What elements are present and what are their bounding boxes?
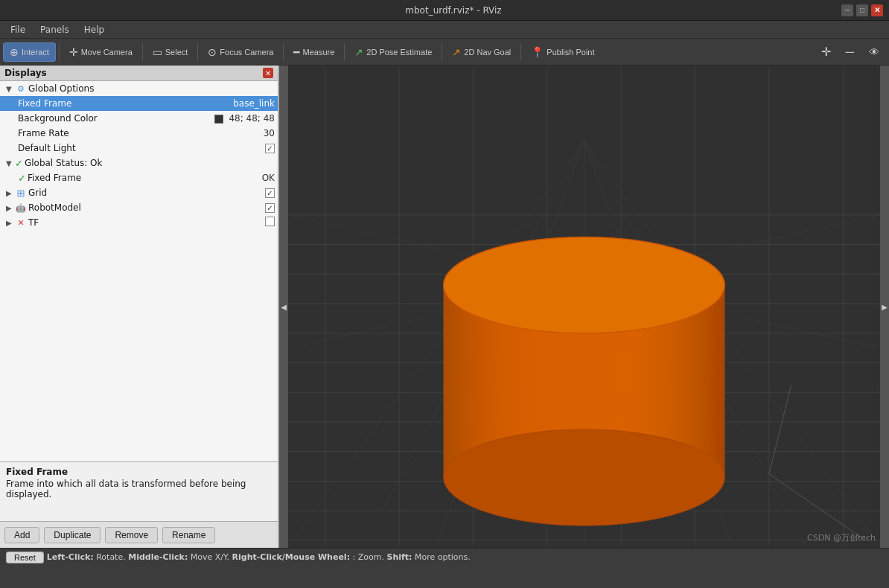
tree-frame-rate[interactable]: Frame Rate 30 bbox=[0, 126, 278, 141]
middle-click-label: Middle-Click: bbox=[128, 552, 188, 562]
tree-fixed-frame-ok[interactable]: ✓ Fixed Frame OK bbox=[0, 170, 278, 185]
viewport[interactable]: CSDN @万创tech bbox=[288, 65, 880, 548]
displays-title: Displays bbox=[4, 68, 47, 78]
tool-interact-label: Interact bbox=[22, 48, 49, 57]
fixed-frame-value: base_link bbox=[233, 98, 275, 109]
close-button[interactable]: ✕ bbox=[871, 4, 883, 16]
displays-header: Displays ✕ bbox=[0, 65, 278, 81]
robot-model-icon: 🤖 bbox=[15, 202, 27, 214]
left-panel: Displays ✕ ▼ ⚙ Global Options Fixed Fram… bbox=[0, 65, 279, 548]
grid-checkbox: ✓ bbox=[265, 188, 275, 198]
tool-move-camera-label: Move Camera bbox=[81, 48, 133, 57]
tree-tf[interactable]: ▶ ✕ TF bbox=[0, 215, 278, 230]
global-status-check-icon: ✓ bbox=[15, 158, 23, 169]
robot-model-checkbox: ✓ bbox=[265, 202, 275, 213]
background-color-swatch bbox=[214, 115, 223, 124]
global-options-label: Global Options bbox=[28, 83, 275, 94]
tree-background-color[interactable]: Background Color 48; 48; 48 bbox=[0, 111, 278, 126]
window-controls: ─ □ ✕ bbox=[841, 4, 883, 16]
tf-check[interactable] bbox=[265, 217, 275, 226]
duplicate-button[interactable]: Duplicate bbox=[44, 527, 101, 543]
shift-label: Shift: bbox=[386, 552, 412, 562]
reset-button[interactable]: Reset bbox=[6, 552, 44, 563]
tool-select[interactable]: ▭ Select bbox=[146, 42, 195, 62]
toolbar: ⊕ Interact ✛ Move Camera ▭ Select ⊙ Focu… bbox=[0, 39, 889, 65]
add-button[interactable]: Add bbox=[4, 527, 39, 543]
middle-click-desc: Move X/Y. bbox=[191, 552, 232, 562]
tf-checkbox bbox=[265, 217, 275, 229]
grid-label: Grid bbox=[28, 188, 262, 198]
svg-line-34 bbox=[769, 474, 865, 540]
tree-robot-model[interactable]: ▶ 🤖 RobotModel ✓ bbox=[0, 200, 278, 215]
robot-model-label: RobotModel bbox=[28, 202, 262, 213]
tree-fixed-frame-selected[interactable]: Fixed Frame base_link bbox=[0, 96, 278, 111]
measure-icon: ━ bbox=[293, 46, 299, 58]
tool-focus-camera-label: Focus Camera bbox=[220, 48, 273, 57]
robot-model-check[interactable]: ✓ bbox=[265, 203, 275, 213]
menubar: File Panels Help bbox=[0, 21, 889, 39]
tree-global-options[interactable]: ▼ ⚙ Global Options bbox=[0, 81, 278, 96]
status-text: Left-Click: Rotate. Middle-Click: Move X… bbox=[47, 552, 471, 562]
collapse-right-arrow[interactable]: ▶ bbox=[880, 65, 889, 548]
fixed-frame-label: Fixed Frame bbox=[18, 98, 230, 109]
tf-icon: ✕ bbox=[15, 217, 27, 229]
tool-2d-pose-label: 2D Pose Estimate bbox=[366, 48, 432, 57]
separator-7 bbox=[520, 43, 521, 61]
tree-default-light[interactable]: Default Light ✓ bbox=[0, 141, 278, 156]
tool-move-camera[interactable]: ✛ Move Camera bbox=[63, 42, 139, 62]
minimize-button[interactable]: ─ bbox=[841, 4, 853, 16]
statusbar: Reset Left-Click: Rotate. Middle-Click: … bbox=[0, 548, 889, 566]
background-color-value: 48; 48; 48 bbox=[214, 113, 275, 124]
maximize-button[interactable]: □ bbox=[856, 4, 868, 16]
menu-file[interactable]: File bbox=[3, 23, 33, 36]
displays-close-button[interactable]: ✕ bbox=[263, 68, 273, 78]
svg-line-35 bbox=[769, 385, 791, 473]
grid-check[interactable]: ✓ bbox=[265, 188, 275, 198]
right-click-label: Right-Click/Mouse Wheel: bbox=[232, 552, 350, 562]
publish-point-icon: 📍 bbox=[531, 46, 544, 58]
right-click-desc: : Zoom. bbox=[353, 552, 387, 562]
tool-interact[interactable]: ⊕ Interact bbox=[3, 42, 56, 62]
separator-6 bbox=[442, 43, 442, 61]
global-options-icon: ⚙ bbox=[15, 83, 27, 95]
separator-4 bbox=[283, 43, 284, 61]
tree-global-status[interactable]: ▼ ✓ Global Status: Ok bbox=[0, 156, 278, 170]
global-options-arrow: ▼ bbox=[6, 85, 15, 93]
separator-5 bbox=[344, 43, 345, 61]
rename-button[interactable]: Rename bbox=[162, 527, 215, 543]
tool-focus-camera[interactable]: ⊙ Focus Camera bbox=[201, 42, 280, 62]
global-status-label: Global Status: Ok bbox=[25, 158, 275, 168]
2d-pose-icon: ↗ bbox=[354, 46, 363, 58]
global-status-arrow: ▼ bbox=[6, 159, 15, 167]
robot-model-arrow: ▶ bbox=[6, 204, 15, 212]
collapse-left-arrow[interactable]: ◀ bbox=[279, 65, 288, 548]
menu-help[interactable]: Help bbox=[77, 23, 112, 36]
add-scene-button[interactable]: ✛ bbox=[815, 41, 838, 63]
default-light-value: ✓ bbox=[265, 143, 275, 153]
default-light-checkbox[interactable]: ✓ bbox=[265, 144, 275, 153]
remove-scene-button[interactable]: ─ bbox=[839, 42, 861, 63]
watermark: CSDN @万创tech bbox=[807, 532, 876, 543]
displays-tree: ▼ ⚙ Global Options Fixed Frame base_link… bbox=[0, 81, 278, 461]
remove-button[interactable]: Remove bbox=[105, 527, 158, 543]
default-light-label: Default Light bbox=[18, 143, 262, 153]
info-panel: Fixed Frame Frame into which all data is… bbox=[0, 461, 278, 521]
tf-label: TF bbox=[28, 217, 262, 228]
tool-measure[interactable]: ━ Measure bbox=[287, 42, 341, 62]
separator-3 bbox=[197, 43, 198, 61]
interact-icon: ⊕ bbox=[10, 46, 19, 58]
settings-button[interactable]: 👁 bbox=[862, 42, 886, 62]
tool-2d-pose[interactable]: ↗ 2D Pose Estimate bbox=[348, 42, 439, 62]
tool-2d-nav[interactable]: ↗ 2D Nav Goal bbox=[445, 42, 517, 62]
info-description: Frame into which all data is transformed… bbox=[6, 479, 272, 499]
tree-grid[interactable]: ▶ ⊞ Grid ✓ bbox=[0, 185, 278, 200]
focus-camera-icon: ⊙ bbox=[208, 46, 217, 58]
3d-scene bbox=[288, 65, 880, 548]
background-color-label: Background Color bbox=[18, 113, 211, 124]
tool-publish-point[interactable]: 📍 Publish Point bbox=[524, 42, 601, 62]
window-title: mbot_urdf.rviz* - RViz bbox=[66, 5, 841, 16]
tool-measure-label: Measure bbox=[302, 48, 334, 57]
tf-arrow: ▶ bbox=[6, 219, 15, 227]
frame-rate-value: 30 bbox=[264, 128, 275, 138]
menu-panels[interactable]: Panels bbox=[33, 23, 77, 36]
